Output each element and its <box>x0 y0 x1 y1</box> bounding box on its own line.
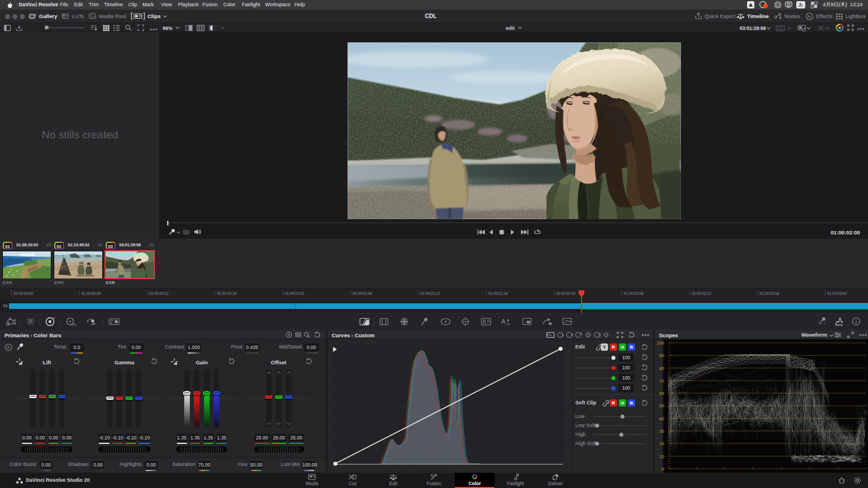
svg-text:70: 70 <box>659 378 665 384</box>
svg-text:80: 80 <box>659 366 665 371</box>
svg-text:HDR: HDR <box>71 324 76 326</box>
svg-text:40: 40 <box>659 416 665 421</box>
svg-text:A: A <box>7 345 10 350</box>
svg-text:90: 90 <box>659 353 665 358</box>
svg-text:10: 10 <box>659 454 665 459</box>
svg-text:A: A <box>501 318 506 325</box>
svg-text:20: 20 <box>659 441 665 446</box>
svg-text:100: 100 <box>657 341 665 346</box>
svg-text:fx: fx <box>808 14 811 19</box>
svg-text:0: 0 <box>662 467 665 472</box>
svg-text:60: 60 <box>659 391 665 396</box>
svg-text:1:1: 1:1 <box>308 335 310 338</box>
svg-text:50: 50 <box>659 403 665 408</box>
svg-text:30: 30 <box>659 429 665 434</box>
